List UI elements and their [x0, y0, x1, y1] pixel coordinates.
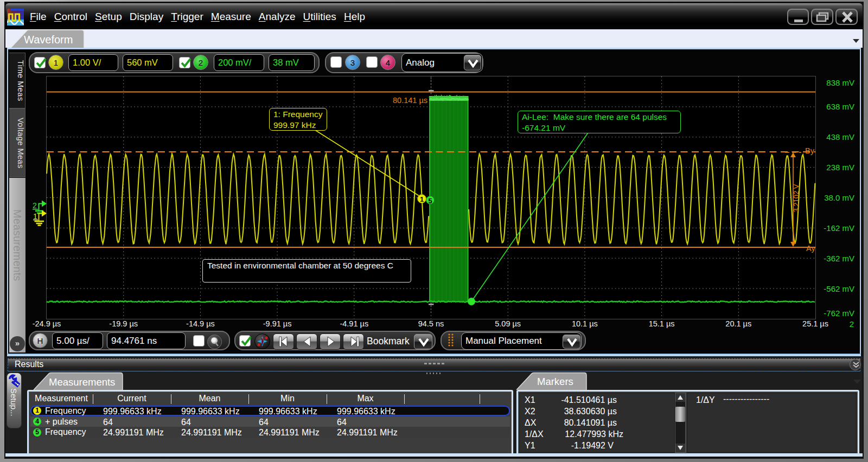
svg-text:1: 1	[420, 195, 424, 203]
svg-text:Measurements: Measurements	[49, 376, 115, 388]
svg-text:Markers: Markers	[537, 376, 573, 387]
svg-text:5: 5	[428, 197, 432, 205]
svg-text:1: 1	[33, 212, 37, 221]
svg-text:2: 2	[33, 201, 37, 210]
